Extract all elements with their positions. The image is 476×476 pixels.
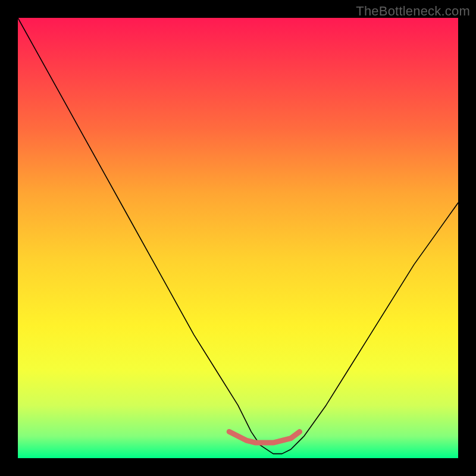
watermark-text: TheBottleneck.com — [356, 4, 470, 19]
curve-line — [18, 18, 458, 454]
chart-frame: TheBottleneck.com — [0, 0, 476, 476]
chart-svg — [18, 18, 458, 458]
chart-plot-area — [18, 18, 458, 458]
highlight-band — [229, 432, 299, 443]
